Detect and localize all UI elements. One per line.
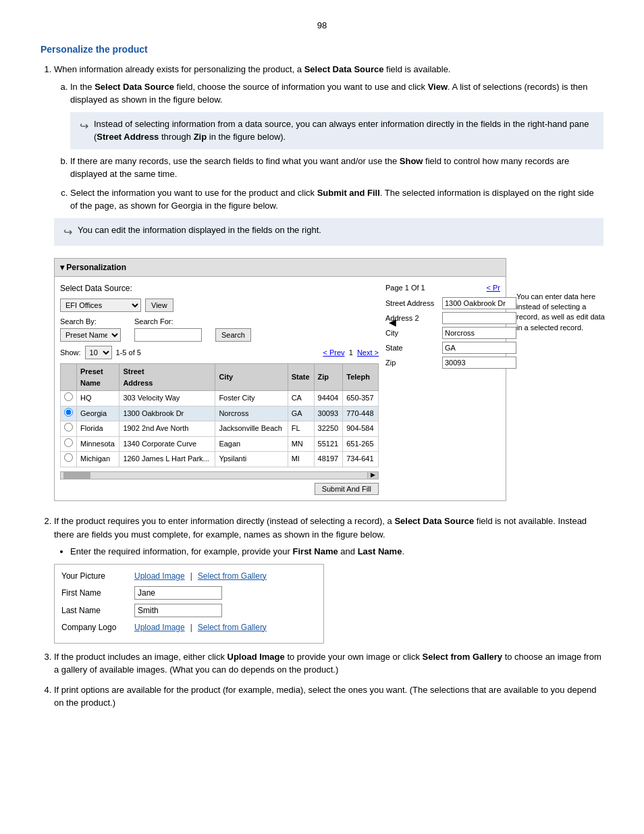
table-row: HQ 303 Velocity Way Foster City CA 94404… bbox=[61, 391, 379, 407]
table-row: Florida 1902 2nd Ave North Jacksonville … bbox=[61, 421, 379, 437]
radio-hq[interactable] bbox=[64, 392, 73, 401]
data-source-label: Select Data Source: bbox=[60, 282, 132, 294]
cell-phone: 651-265 bbox=[343, 436, 379, 452]
horizontal-scrollbar[interactable]: ▶ bbox=[60, 471, 379, 479]
submit-fill-button[interactable]: Submit And Fill bbox=[315, 483, 379, 495]
close-link[interactable]: < Pr bbox=[487, 282, 500, 294]
cell-address: 1260 James L Hart Park... bbox=[119, 452, 215, 467]
radio-florida[interactable] bbox=[64, 423, 73, 432]
note-above-arrow: ↪ bbox=[63, 224, 72, 240]
annotation-arrow: ◀ bbox=[389, 315, 396, 330]
data-source-row: Select Data Source: bbox=[60, 282, 379, 294]
fig-input-lastname[interactable] bbox=[134, 604, 222, 617]
table-head: PresetName StreetAddress City State Zip … bbox=[61, 364, 379, 391]
cell-state: GA bbox=[288, 406, 314, 421]
data-source-select[interactable]: EFI Offices bbox=[60, 298, 141, 312]
page-number: 98 bbox=[41, 20, 603, 30]
main-list: When information already exists for pers… bbox=[41, 63, 603, 710]
cell-preset: HQ bbox=[77, 391, 119, 407]
cell-state: FL bbox=[288, 421, 314, 437]
list-item-1: When information already exists for pers… bbox=[54, 63, 603, 508]
upload-image-link-2[interactable]: Upload Image bbox=[134, 621, 185, 633]
cell-phone: 734-641 bbox=[343, 452, 379, 467]
personalization-panel: ▾ Personalization Select Data Source: EF… bbox=[54, 258, 506, 502]
panel-title: ▾ Personalization bbox=[60, 261, 126, 273]
table-row: Georgia 1300 Oakbrook Dr Norcross GA 300… bbox=[61, 406, 379, 421]
field-state: State bbox=[385, 342, 500, 354]
item1-bold: Select Data Source bbox=[304, 64, 384, 74]
scroll-right-btn[interactable]: ▶ bbox=[367, 472, 378, 479]
select-gallery-link-1[interactable]: Select from Gallery bbox=[198, 570, 267, 582]
fig-label-lastname: Last Name bbox=[61, 604, 129, 617]
item4-text: If print options are available for the p… bbox=[54, 685, 597, 708]
cell-state: MN bbox=[288, 436, 314, 452]
cell-city: Ypsilanti bbox=[215, 452, 288, 467]
fig-row-lastname: Last Name bbox=[61, 604, 317, 617]
search-by-col: Search By: Preset Name bbox=[60, 316, 121, 342]
cell-state: CA bbox=[288, 391, 314, 407]
bullet-list: Enter the required information, for exam… bbox=[54, 545, 603, 558]
cell-address: 1340 Corporate Curve bbox=[119, 436, 215, 452]
page-info: Page 1 Of 1 bbox=[385, 282, 425, 294]
prev-link[interactable]: < Prev bbox=[323, 348, 344, 357]
radio-cell[interactable] bbox=[61, 406, 77, 421]
radio-cell[interactable] bbox=[61, 421, 77, 437]
page-num: 1 bbox=[349, 348, 353, 357]
field-zip-input[interactable] bbox=[442, 357, 516, 369]
select-gallery-link-2[interactable]: Select from Gallery bbox=[198, 621, 267, 633]
item1-text: When information already exists for pers… bbox=[54, 64, 450, 74]
pagination: < Prev 1 Next > bbox=[323, 347, 379, 359]
fig-label-picture: Your Picture bbox=[61, 570, 129, 582]
section-title: Personalize the product bbox=[41, 44, 603, 55]
view-button[interactable]: View bbox=[145, 298, 173, 312]
alpha-a-bold1: Select Data Source bbox=[95, 82, 174, 92]
alpha-item-c: Select the information you want to use f… bbox=[70, 186, 603, 213]
scrollbar-thumb bbox=[63, 472, 90, 479]
radio-georgia[interactable] bbox=[64, 408, 73, 417]
alpha-b-text: If there are many records, use the searc… bbox=[70, 156, 569, 180]
search-for-col: Search For: bbox=[134, 316, 202, 342]
cell-zip: 55121 bbox=[314, 436, 343, 452]
field-street-label: Street Address bbox=[385, 298, 439, 309]
fig-row-logo: Company Logo Upload Image | Select from … bbox=[61, 621, 317, 633]
note-arrow: ↪ bbox=[80, 118, 88, 134]
field-address2: Address 2 bbox=[385, 312, 500, 324]
list-item-3: If the product includes an image, either… bbox=[54, 650, 603, 677]
radio-michigan[interactable] bbox=[64, 453, 73, 462]
right-form: Page 1 Of 1 < Pr Street Address Address … bbox=[385, 282, 500, 369]
radio-cell[interactable] bbox=[61, 391, 77, 407]
show-row: Show: 10 1-5 of 5 < Prev 1 Next > bbox=[60, 346, 379, 359]
page-info-row: Page 1 Of 1 < Pr bbox=[385, 282, 500, 294]
cell-preset: Minnesota bbox=[77, 436, 119, 452]
cell-city: Jacksonville Beach bbox=[215, 421, 288, 437]
radio-minnesota[interactable] bbox=[64, 438, 73, 447]
fig-input-firstname[interactable] bbox=[134, 586, 222, 600]
upload-image-link-1[interactable]: Upload Image bbox=[134, 570, 185, 582]
radio-cell[interactable] bbox=[61, 436, 77, 452]
field-city-input[interactable] bbox=[442, 327, 516, 339]
col-phone: Teleph bbox=[343, 364, 379, 391]
search-button[interactable]: Search bbox=[215, 328, 251, 342]
show-select[interactable]: 10 bbox=[85, 346, 112, 359]
search-for-input[interactable] bbox=[134, 328, 202, 342]
panel-left: Select Data Source: EFI Offices View Sea… bbox=[60, 282, 379, 496]
show-label: Show: bbox=[60, 347, 81, 359]
note-above-panel: ↪ You can edit the information displayed… bbox=[54, 218, 603, 246]
cell-phone: 650-357 bbox=[343, 391, 379, 407]
search-section: Search By: Preset Name Search For: Searc… bbox=[60, 316, 379, 342]
cell-zip: 48197 bbox=[314, 452, 343, 467]
list-item-4: If print options are available for the p… bbox=[54, 683, 603, 710]
cell-preset: Georgia bbox=[77, 406, 119, 421]
field-state-input[interactable] bbox=[442, 342, 516, 354]
fig-row-firstname: First Name bbox=[61, 586, 317, 600]
table-body: HQ 303 Velocity Way Foster City CA 94404… bbox=[61, 391, 379, 467]
field-street-input[interactable] bbox=[442, 297, 516, 309]
next-link[interactable]: Next > bbox=[357, 348, 379, 357]
col-zip: Zip bbox=[314, 364, 343, 391]
radio-cell[interactable] bbox=[61, 452, 77, 467]
field-zip-label: Zip bbox=[385, 357, 439, 369]
cell-zip: 94404 bbox=[314, 391, 343, 407]
cell-phone: 770-448 bbox=[343, 406, 379, 421]
search-by-select[interactable]: Preset Name bbox=[60, 328, 121, 342]
field-address2-input[interactable] bbox=[442, 312, 516, 324]
